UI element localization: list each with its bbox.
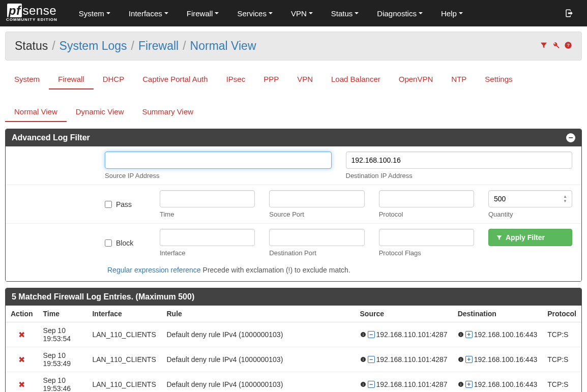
breadcrumb: Status / System Logs / Firewall / Normal… (15, 39, 540, 53)
nav-label: Services (237, 9, 267, 18)
tab-ipsec[interactable]: IPsec (217, 70, 255, 89)
plus-square-icon[interactable]: + (465, 331, 473, 338)
info-icon[interactable] (360, 356, 366, 363)
minus-square-icon[interactable]: − (368, 356, 375, 363)
block-checkbox[interactable] (105, 239, 112, 247)
col-protocol: Protocol (542, 306, 581, 322)
col-action: Action (6, 306, 38, 322)
secondary-tabs: Normal View Dynamic View Summary View (5, 102, 582, 123)
minus-square-icon[interactable]: − (368, 381, 375, 388)
tab-captive-portal[interactable]: Captive Portal Auth (133, 70, 217, 89)
cell-destination: 192.168.100.16:443 (474, 355, 538, 364)
cell-rule: Default deny rule IPv4 (1000000103) (162, 372, 355, 393)
number-spinner-icon[interactable]: ▲▼ (563, 192, 570, 205)
nav-system[interactable]: System (70, 1, 120, 26)
block-action-icon[interactable]: ✖ (18, 355, 25, 364)
nav-label: System (79, 9, 104, 18)
breadcrumb-root: Status (15, 39, 48, 53)
info-icon[interactable] (360, 331, 366, 338)
regex-reference-link[interactable]: Regular expression reference (107, 266, 201, 274)
cell-time: Sep 10 19:53:46 (38, 372, 87, 393)
block-action-icon[interactable]: ✖ (18, 330, 25, 339)
pass-checkbox[interactable] (105, 201, 112, 208)
quantity-input[interactable] (488, 190, 572, 207)
cell-protocol: TCP:S (542, 372, 581, 393)
source-port-input[interactable] (269, 190, 364, 207)
panel-title: Advanced Log Filter (12, 133, 90, 142)
info-icon[interactable] (458, 356, 464, 363)
nav-firewall[interactable]: Firewall (178, 1, 228, 26)
apply-filter-label: Apply Filter (506, 233, 545, 242)
block-action-icon[interactable]: ✖ (18, 380, 25, 389)
filter-toggle-button[interactable] (540, 41, 548, 51)
top-navbar: pfsense COMMUNITY EDITION System Interfa… (0, 0, 587, 26)
help-button[interactable]: ? (564, 41, 572, 51)
breadcrumb-firewall[interactable]: Firewall (138, 39, 179, 53)
panel-collapse-button[interactable]: − (566, 133, 575, 142)
nav-diagnostics[interactable]: Diagnostics (368, 1, 432, 26)
cell-destination: 192.168.100.16:443 (474, 330, 538, 339)
nav-label: Help (441, 9, 457, 18)
nav-services[interactable]: Services (228, 1, 282, 26)
nav-vpn[interactable]: VPN (282, 1, 322, 26)
regex-help-tail: Precede with exclamation (!) to exclude … (201, 266, 350, 274)
cell-protocol: TCP:S (542, 347, 581, 372)
nav-label: Firewall (187, 9, 213, 18)
table-row: ✖Sep 10 19:53:46LAN_110_CLIENTSDefault d… (6, 372, 581, 393)
tab-ppp[interactable]: PPP (254, 70, 288, 89)
col-source: Source (355, 306, 453, 322)
tab-ntp[interactable]: NTP (442, 70, 476, 89)
tab-settings[interactable]: Settings (476, 70, 521, 89)
interface-label: Interface (160, 249, 255, 257)
filter-icon (540, 41, 548, 49)
protocol-flags-input[interactable] (379, 229, 474, 246)
tab-dhcp[interactable]: DHCP (94, 70, 134, 89)
breadcrumb-sep: / (52, 39, 55, 53)
source-ip-input[interactable] (105, 152, 332, 169)
breadcrumb-system-logs[interactable]: System Logs (60, 39, 127, 53)
log-entries-panel: 5 Matched Firewall Log Entries. (Maximum… (5, 288, 582, 392)
tab-summary-view[interactable]: Summary View (133, 102, 203, 122)
chevron-down-icon (269, 12, 273, 14)
question-circle-icon: ? (564, 41, 572, 49)
tab-openvpn[interactable]: OpenVPN (390, 70, 443, 89)
breadcrumb-normal-view[interactable]: Normal View (190, 39, 256, 53)
logout-button[interactable] (555, 1, 583, 26)
panel-heading: 5 Matched Firewall Log Entries. (Maximum… (6, 288, 581, 306)
wrench-icon (552, 41, 560, 49)
log-panel-title: 5 Matched Firewall Log Entries. (Maximum… (12, 292, 194, 301)
dest-ip-input[interactable] (346, 152, 573, 169)
info-icon[interactable] (458, 381, 464, 387)
cell-rule: Default deny rule IPv4 (1000000103) (162, 322, 355, 347)
interface-input[interactable] (160, 229, 255, 246)
protocol-input[interactable] (379, 190, 474, 207)
tab-dynamic-view[interactable]: Dynamic View (67, 102, 133, 122)
nav-help[interactable]: Help (432, 1, 472, 26)
logout-icon (565, 9, 574, 18)
cell-interface: LAN_110_CLIENTS (87, 347, 161, 372)
minus-square-icon[interactable]: − (368, 331, 375, 338)
tab-system[interactable]: System (5, 70, 49, 89)
breadcrumb-sep: / (131, 39, 134, 53)
plus-square-icon[interactable]: + (465, 356, 473, 363)
tab-vpn[interactable]: VPN (288, 70, 322, 89)
brand-logo[interactable]: pfsense COMMUNITY EDITION (6, 5, 57, 22)
col-rule: Rule (162, 306, 355, 322)
tab-normal-view[interactable]: Normal View (5, 102, 67, 122)
col-destination: Destination (453, 306, 543, 322)
settings-button[interactable] (552, 41, 560, 51)
apply-filter-button[interactable]: Apply Filter (488, 229, 572, 246)
nav-status[interactable]: Status (322, 1, 368, 26)
cell-interface: LAN_110_CLIENTS (87, 322, 161, 347)
plus-square-icon[interactable]: + (465, 381, 473, 388)
nav-interfaces[interactable]: Interfaces (120, 1, 178, 26)
log-table: Action Time Interface Rule Source Destin… (6, 306, 581, 392)
time-input[interactable] (160, 190, 255, 207)
info-icon[interactable] (360, 381, 366, 387)
brand-edition: COMMUNITY EDITION (6, 18, 57, 22)
tab-load-balancer[interactable]: Load Balancer (322, 70, 390, 89)
minus-icon: − (568, 134, 573, 142)
info-icon[interactable] (458, 331, 464, 338)
tab-firewall[interactable]: Firewall (49, 70, 94, 89)
dest-port-input[interactable] (269, 229, 364, 246)
